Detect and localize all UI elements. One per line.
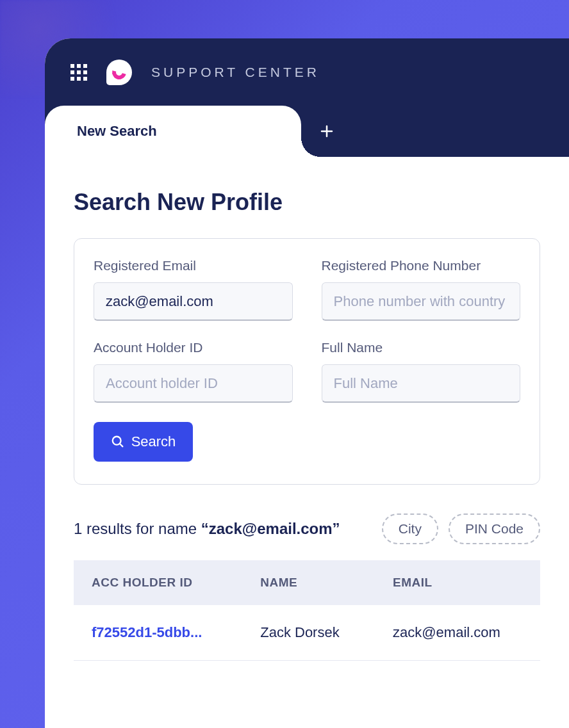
tab-new-search[interactable]: New Search	[45, 106, 301, 157]
cell-email: zack@email.com	[375, 605, 540, 661]
tab-label: New Search	[77, 123, 157, 140]
phone-input[interactable]	[322, 282, 521, 321]
cell-name: Zack Dorsek	[242, 605, 375, 661]
email-label: Registered Email	[94, 258, 293, 273]
cell-acc-holder-id[interactable]: f72552d1-5dbb...	[74, 605, 242, 661]
apps-menu-icon[interactable]	[70, 64, 87, 81]
tabbar: New Search	[45, 106, 569, 157]
results-bar: 1 results for name “zack@email.com” City…	[74, 514, 540, 544]
topbar: SUPPORT CENTER	[45, 38, 569, 106]
filter-chip-city[interactable]: City	[382, 514, 438, 544]
field-email: Registered Email	[94, 258, 293, 321]
search-button[interactable]: Search	[94, 422, 193, 462]
col-name: NAME	[242, 560, 375, 605]
col-acc-holder-id: ACC HOLDER ID	[74, 560, 242, 605]
full-name-input[interactable]	[322, 364, 521, 403]
results-summary: 1 results for name “zack@email.com”	[74, 520, 340, 538]
app-window: SUPPORT CENTER New Search Search New Pro…	[45, 38, 569, 728]
plus-icon	[319, 124, 334, 139]
search-icon	[111, 435, 125, 449]
field-account-id: Account Holder ID	[94, 340, 293, 403]
app-title: SUPPORT CENTER	[151, 65, 320, 80]
results-query: “zack@email.com”	[201, 520, 340, 537]
results-count-text: 1 results for name	[74, 520, 201, 537]
phone-label: Registered Phone Number	[322, 258, 521, 273]
svg-line-3	[119, 444, 122, 447]
field-phone: Registered Phone Number	[322, 258, 521, 321]
field-full-name: Full Name	[322, 340, 521, 403]
account-id-input[interactable]	[94, 364, 293, 403]
filter-chips: City PIN Code	[382, 514, 540, 544]
table-row[interactable]: f72552d1-5dbb... Zack Dorsek zack@email.…	[74, 605, 540, 661]
col-email: EMAIL	[375, 560, 540, 605]
account-id-label: Account Holder ID	[94, 340, 293, 355]
logo-icon	[106, 60, 132, 85]
full-name-label: Full Name	[322, 340, 521, 355]
email-input[interactable]	[94, 282, 293, 321]
search-form: Registered Email Registered Phone Number…	[74, 238, 540, 485]
content: Search New Profile Registered Email Regi…	[45, 157, 569, 661]
filter-chip-pin[interactable]: PIN Code	[449, 514, 540, 544]
search-button-label: Search	[131, 433, 176, 450]
page-title: Search New Profile	[74, 189, 540, 216]
results-table: ACC HOLDER ID NAME EMAIL f72552d1-5dbb..…	[74, 560, 540, 661]
